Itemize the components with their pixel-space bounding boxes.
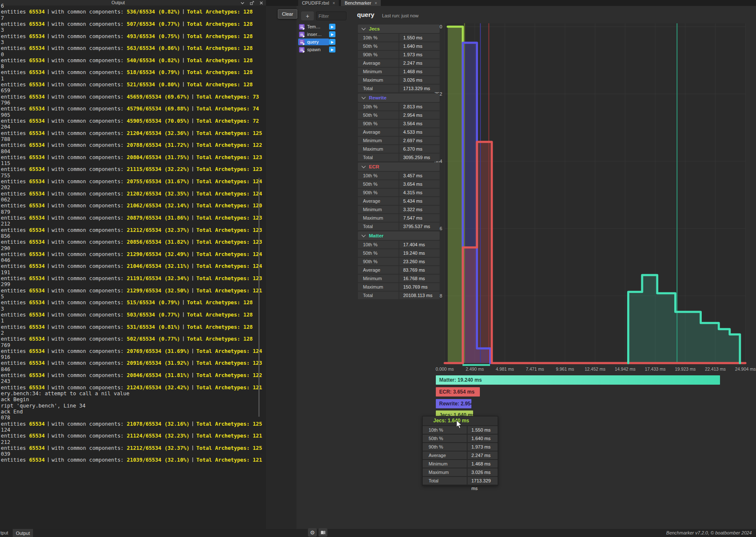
stats-row: Minimum2.697 ms bbox=[358, 137, 440, 144]
stat-value: 2.813 ms bbox=[399, 103, 440, 110]
console-wrap-fragment: 846 bbox=[1, 366, 265, 372]
console-log-line: entities 65534with common components: 21… bbox=[1, 166, 265, 172]
clear-output-button[interactable]: Clear bbox=[278, 9, 297, 19]
stats-row: 90th %4.315 ms bbox=[358, 189, 440, 196]
stats-row: Average2.247 ms bbox=[358, 59, 440, 67]
stats-section-header-rewrite[interactable]: Rewrite bbox=[358, 94, 440, 102]
console-wrap-fragment: 6 bbox=[1, 3, 265, 9]
tab-cpudiff[interactable]: CPUDIFF.rbxl × bbox=[298, 0, 339, 6]
console-wrap-fragment: 0 bbox=[1, 52, 265, 58]
sidebar-item-inser[interactable]: inser… bbox=[298, 31, 329, 38]
stat-label: Minimum bbox=[358, 137, 399, 144]
stat-value: 5.434 ms bbox=[399, 197, 440, 205]
console-log-line: entities 65534with common components: 45… bbox=[1, 118, 265, 124]
cut-dock-tab[interactable]: tput bbox=[0, 530, 8, 535]
console-log-line: entities 65534with common components: 51… bbox=[1, 300, 265, 306]
console-wrap-fragment: 879 bbox=[1, 209, 265, 215]
console-log-line: entities 65534with common components: 20… bbox=[1, 348, 265, 354]
console-log-line: entities 65534with common components: 21… bbox=[1, 433, 265, 439]
stat-label: 90th % bbox=[358, 120, 399, 127]
output-scrollbar[interactable] bbox=[258, 178, 260, 417]
console-wrap-fragment: 046 bbox=[1, 257, 265, 263]
console-wrap-fragment: 5 bbox=[1, 294, 265, 300]
console-wrap-fragment: 916 bbox=[1, 354, 265, 360]
tab-label: Benchmarker bbox=[345, 0, 371, 6]
console-log-line: entities 65534with common components: 45… bbox=[1, 106, 265, 112]
stats-row: Maximum150.769 ms bbox=[358, 283, 440, 291]
console-wrap-fragment: 755 bbox=[1, 173, 265, 179]
run-benchmark-button[interactable]: ▶ bbox=[329, 31, 335, 37]
stat-value: 4.315 ms bbox=[399, 189, 440, 196]
stat-value: 1.550 ms bbox=[399, 34, 440, 41]
docs-button[interactable] bbox=[318, 528, 327, 537]
stats-section-name: Rewrite bbox=[369, 95, 387, 100]
document-tabstrip: CPUDIFF.rbxl × Benchmarker × bbox=[266, 0, 756, 6]
console-wrap-fragment: 039 bbox=[1, 451, 265, 457]
sidebar-item-spawn[interactable]: spawn bbox=[298, 46, 329, 53]
console-log-line: entities 65534with common components: 21… bbox=[1, 288, 265, 294]
stats-section-header-jecs[interactable]: Jecs bbox=[358, 25, 440, 33]
legend-bar-ecr[interactable]: ECR: 3.654 ms bbox=[436, 387, 480, 397]
output-panel: Output 6entities 65534with common compon… bbox=[0, 0, 266, 529]
console-wrap-fragment: 788 bbox=[1, 136, 265, 142]
console-log-line: entities 65534with common components: 45… bbox=[1, 94, 265, 100]
console-wrap-fragment: 769 bbox=[1, 342, 265, 348]
last-run-status: Last run: just now bbox=[382, 13, 418, 18]
console-wrap-fragment: 804 bbox=[1, 149, 265, 154]
console-wrap-fragment: 078 bbox=[1, 415, 265, 421]
sidebar-item-label: query bbox=[307, 39, 319, 44]
stats-row: 50th %3.654 ms bbox=[358, 180, 440, 188]
run-benchmark-button[interactable]: ▶ bbox=[329, 39, 335, 45]
stat-label: 10th % bbox=[358, 34, 399, 41]
stats-row: Minimum1.468 ms bbox=[358, 68, 440, 75]
console-wrap-fragment: 1 bbox=[1, 76, 265, 82]
stats-row: 50th %1.640 ms bbox=[358, 42, 440, 50]
tooltip-row: Maximum3.026 ms bbox=[423, 468, 498, 476]
stat-value: 1.973 ms bbox=[468, 443, 498, 451]
sidebar-item-query[interactable]: query bbox=[298, 39, 329, 45]
bottom-bar: tput Output Benchmarker v7.2.0, © boatbo… bbox=[0, 529, 756, 537]
stats-row: Average83.769 ms bbox=[358, 266, 440, 274]
tab-close-icon[interactable]: × bbox=[374, 1, 377, 6]
stats-row: Average5.434 ms bbox=[358, 197, 440, 205]
console-wrap-fragment: 243 bbox=[1, 378, 265, 384]
filter-input[interactable] bbox=[316, 11, 346, 20]
stat-label: Average bbox=[358, 128, 399, 136]
console-log-line: entities 65534with common components: 21… bbox=[1, 227, 265, 233]
console-log-line: entities 65534with common components: 51… bbox=[1, 69, 265, 75]
stat-value: 2.247 ms bbox=[468, 452, 498, 459]
run-benchmark-button[interactable]: ▶ bbox=[329, 24, 335, 30]
book-icon bbox=[320, 530, 326, 535]
sidebar-item-tem[interactable]: Tem… bbox=[298, 23, 329, 30]
stat-value: 7.547 ms bbox=[399, 214, 440, 222]
stat-value: 23.260 ms bbox=[399, 258, 440, 265]
stat-value: 3.322 ms bbox=[399, 206, 440, 213]
console-wrap-fragment: 212 bbox=[1, 439, 265, 445]
tab-benchmarker[interactable]: Benchmarker × bbox=[341, 0, 381, 6]
dock-tab-output[interactable]: Output bbox=[13, 529, 33, 537]
stats-row: 90th %23.260 ms bbox=[358, 258, 440, 265]
tab-close-icon[interactable]: × bbox=[332, 1, 335, 6]
stats-section-header-matter[interactable]: Matter bbox=[358, 231, 440, 240]
console-wrap-fragment: 3 bbox=[1, 39, 265, 45]
stat-value: 16.768 ms bbox=[399, 275, 440, 282]
stats-section-header-ecr[interactable]: ECR bbox=[358, 162, 440, 171]
stats-row: Total20108.113 ms bbox=[358, 292, 440, 299]
console-log-line: entities 65534with common components: 21… bbox=[1, 263, 265, 269]
stat-label: 90th % bbox=[358, 189, 399, 196]
stat-label: 50th % bbox=[358, 249, 399, 257]
run-benchmark-button[interactable]: ▶ bbox=[329, 47, 335, 52]
tooltip-row: Average2.247 ms bbox=[423, 452, 498, 459]
settings-button[interactable]: ⚙ bbox=[308, 528, 317, 537]
console-wrap-fragment: 124 bbox=[1, 427, 265, 433]
legend-bar-matter[interactable]: Matter: 19.240 ms bbox=[436, 375, 720, 385]
legend-bar-rewrite[interactable]: Rewrite: 2.954… bbox=[436, 399, 471, 408]
console-wrap-fragment: 191 bbox=[1, 270, 265, 275]
stat-value: 83.769 ms bbox=[399, 266, 440, 274]
console-log-line: entities 65534with common components: 20… bbox=[1, 142, 265, 148]
add-benchmark-button[interactable]: + bbox=[301, 11, 314, 20]
stat-value: 3.026 ms bbox=[468, 468, 498, 476]
console-log-line: entities 65534with common components: 49… bbox=[1, 33, 265, 39]
console-log-line: entities 65534with common components: 54… bbox=[1, 58, 265, 63]
stats-row: 90th %1.973 ms bbox=[358, 51, 440, 58]
